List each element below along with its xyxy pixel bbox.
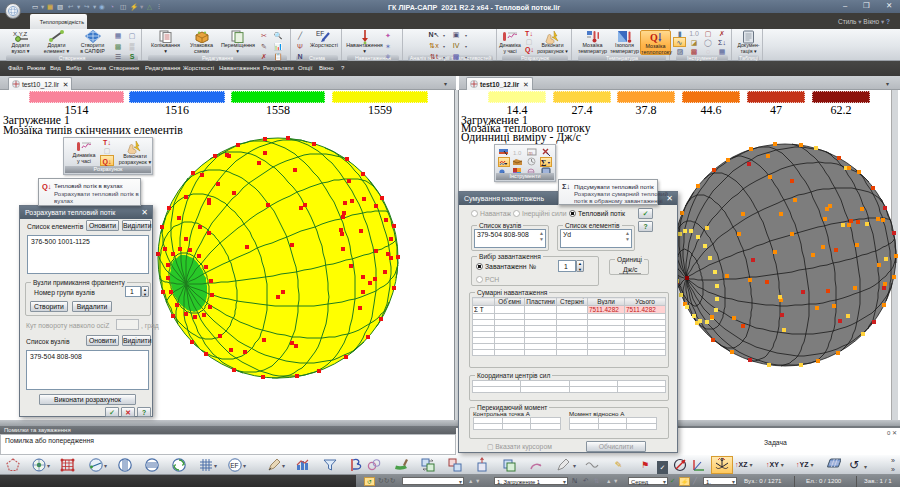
svg-text:1.0: 1.0 (513, 150, 522, 156)
svg-text:m: m (529, 150, 533, 156)
svg-text:Σ: Σ (541, 159, 546, 168)
